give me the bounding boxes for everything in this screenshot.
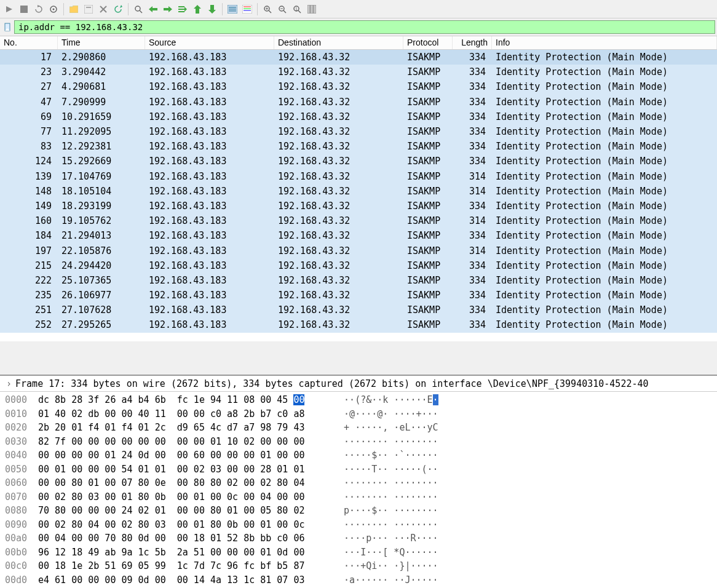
packet-row[interactable]: 21524.294420192.168.43.183192.168.43.32I… (0, 258, 717, 273)
hex-ascii[interactable]: ····p··· ···R···· (327, 531, 438, 546)
bookmark-filter-icon[interactable] (2, 22, 13, 33)
packet-row[interactable]: 13917.104769192.168.43.183192.168.43.32I… (0, 169, 717, 184)
hex-bytes[interactable]: 00 01 00 00 00 54 01 01 00 02 03 00 00 2… (38, 463, 327, 477)
cell-no: 160 (0, 215, 58, 226)
zoom-reset-icon[interactable]: 1 (290, 2, 304, 16)
hex-ascii[interactable]: ········ ········ (327, 518, 438, 532)
packet-list-header[interactable]: No. Time Source Destination Protocol Len… (0, 36, 717, 50)
hex-row[interactable]: 00c000 18 1e 2b 51 69 05 99 1c 7d 7c 96 … (5, 559, 712, 573)
stop-capture-icon[interactable] (17, 2, 31, 16)
packet-row[interactable]: 8312.292381192.168.43.183192.168.43.32IS… (0, 139, 717, 154)
hex-bytes[interactable]: 70 80 00 00 00 24 02 01 00 00 80 01 00 0… (38, 504, 327, 518)
packet-row[interactable]: 7711.292095192.168.43.183192.168.43.32IS… (0, 124, 717, 139)
save-file-icon[interactable] (82, 2, 95, 16)
hex-row[interactable]: 005000 01 00 00 00 54 01 01 00 02 03 00 … (5, 463, 712, 477)
cell-source: 192.168.43.183 (145, 156, 274, 167)
hex-bytes[interactable]: 00 02 80 04 00 02 80 03 00 01 80 0b 00 0… (38, 518, 327, 532)
hex-bytes[interactable]: 2b 20 01 f4 01 f4 01 2c d9 65 4c d7 a7 9… (38, 421, 327, 435)
packet-row[interactable]: 23526.106977192.168.43.183192.168.43.32I… (0, 288, 717, 303)
hex-ascii[interactable]: ········ ········ (327, 435, 438, 449)
packet-row[interactable]: 14918.293199192.168.43.183192.168.43.32I… (0, 199, 717, 213)
open-file-icon[interactable] (67, 2, 81, 16)
go-to-packet-icon[interactable] (176, 2, 189, 16)
go-back-icon[interactable] (146, 2, 160, 16)
hex-ascii[interactable]: + ·····, ·eL···yC (327, 421, 438, 435)
hex-ascii[interactable]: ·····T·· ·····(·· (327, 463, 438, 477)
column-header-no[interactable]: No. (0, 36, 58, 49)
auto-scroll-icon[interactable] (226, 2, 239, 16)
packet-row[interactable]: 274.290681192.168.43.183192.168.43.32ISA… (0, 79, 717, 94)
hex-bytes[interactable]: 00 00 00 00 01 24 0d 00 00 60 00 00 00 0… (38, 448, 327, 463)
hex-row[interactable]: 006000 00 80 01 00 07 80 0e 00 80 80 02 … (5, 476, 712, 490)
restart-capture-icon[interactable] (32, 2, 46, 16)
hex-row[interactable]: 00202b 20 01 f4 01 f4 01 2c d9 65 4c d7 … (5, 421, 712, 435)
hex-row[interactable]: 0000dc 8b 28 3f 26 a4 b4 6b fc 1e 94 11 … (5, 393, 712, 407)
hex-bytes[interactable]: 00 02 80 03 00 01 80 0b 00 01 00 0c 00 0… (38, 490, 327, 504)
go-first-icon[interactable] (191, 2, 204, 16)
packet-details-pane[interactable]: ›Frame 17: 334 bytes on wire (2672 bits)… (0, 375, 717, 392)
column-header-protocol[interactable]: Protocol (403, 36, 453, 49)
packet-list-body[interactable]: 172.290860192.168.43.183192.168.43.32ISA… (0, 50, 717, 341)
packet-row[interactable]: 19722.105876192.168.43.183192.168.43.32I… (0, 243, 717, 258)
hex-ascii[interactable]: ···I···[ *Q······ (327, 546, 438, 560)
hex-row[interactable]: 00a000 04 00 00 70 80 0d 00 00 18 01 52 … (5, 531, 712, 546)
hex-bytes[interactable]: e4 61 00 00 00 09 0d 00 00 14 4a 13 1c 8… (38, 573, 327, 587)
packet-row[interactable]: 233.290442192.168.43.183192.168.43.32ISA… (0, 65, 717, 79)
column-header-destination[interactable]: Destination (274, 36, 403, 49)
packet-row[interactable]: 22225.107365192.168.43.183192.168.43.32I… (0, 273, 717, 288)
hex-bytes[interactable]: 82 7f 00 00 00 00 00 00 00 00 01 10 02 0… (38, 435, 327, 449)
hex-row[interactable]: 004000 00 00 00 01 24 0d 00 00 60 00 00 … (5, 448, 712, 463)
packet-row[interactable]: 25127.107628192.168.43.183192.168.43.32I… (0, 303, 717, 317)
hex-row[interactable]: 00d0e4 61 00 00 00 09 0d 00 00 14 4a 13 … (5, 573, 712, 587)
packet-row[interactable]: 172.290860192.168.43.183192.168.43.32ISA… (0, 50, 717, 65)
display-filter-input[interactable] (14, 20, 715, 34)
packet-bytes-pane[interactable]: 0000dc 8b 28 3f 26 a4 b4 6b fc 1e 94 11 … (0, 392, 717, 588)
hex-row[interactable]: 003082 7f 00 00 00 00 00 00 00 00 01 10 … (5, 435, 712, 449)
hex-row[interactable]: 001001 40 02 db 00 00 40 11 00 00 c0 a8 … (5, 407, 712, 421)
close-file-icon[interactable] (97, 2, 110, 16)
frame-summary-line[interactable]: Frame 17: 334 bytes on wire (2672 bits),… (15, 378, 649, 389)
column-header-time[interactable]: Time (58, 36, 145, 49)
hex-bytes[interactable]: 01 40 02 db 00 00 40 11 00 00 c0 a8 2b b… (38, 407, 327, 421)
packet-row[interactable]: 12415.292669192.168.43.183192.168.43.32I… (0, 154, 717, 169)
hex-ascii[interactable]: p····$·· ········ (327, 504, 438, 518)
hex-ascii[interactable]: ·@····@· ····+··· (327, 407, 438, 421)
hex-ascii[interactable]: ···+Qi·· ·}|····· (327, 559, 438, 573)
expand-icon[interactable]: › (6, 378, 12, 389)
zoom-out-icon[interactable] (275, 2, 289, 16)
hex-row[interactable]: 009000 02 80 04 00 02 80 03 00 01 80 0b … (5, 518, 712, 532)
hex-row[interactable]: 008070 80 00 00 00 24 02 01 00 00 80 01 … (5, 504, 712, 518)
packet-row[interactable]: 25227.295265192.168.43.183192.168.43.32I… (0, 317, 717, 332)
hex-bytes[interactable]: 00 04 00 00 70 80 0d 00 00 18 01 52 8b b… (38, 531, 327, 546)
hex-ascii[interactable]: ·····$·· ·`······ (327, 448, 438, 463)
hex-ascii[interactable]: ··(?&··k ······E· (327, 393, 438, 407)
hex-ascii[interactable]: ·a······ ··J····· (327, 573, 438, 587)
cell-source: 192.168.43.183 (145, 186, 274, 197)
packet-row[interactable]: 6910.291659192.168.43.183192.168.43.32IS… (0, 109, 717, 124)
column-header-source[interactable]: Source (145, 36, 274, 49)
reload-icon[interactable] (111, 2, 125, 16)
hex-bytes[interactable]: dc 8b 28 3f 26 a4 b4 6b fc 1e 94 11 08 0… (38, 393, 327, 407)
resize-columns-icon[interactable] (305, 2, 319, 16)
hex-ascii[interactable]: ········ ········ (327, 490, 438, 504)
start-capture-icon[interactable] (2, 2, 16, 16)
colorize-icon[interactable] (240, 2, 254, 16)
hex-bytes[interactable]: 96 12 18 49 ab 9a 1c 5b 2a 51 00 00 00 0… (38, 546, 327, 560)
go-forward-icon[interactable] (161, 2, 175, 16)
zoom-in-icon[interactable] (261, 2, 274, 16)
packet-row[interactable]: 16019.105762192.168.43.183192.168.43.32I… (0, 213, 717, 228)
packet-row[interactable]: 477.290999192.168.43.183192.168.43.32ISA… (0, 95, 717, 109)
hex-row[interactable]: 007000 02 80 03 00 01 80 0b 00 01 00 0c … (5, 490, 712, 504)
column-header-length[interactable]: Length (453, 36, 492, 49)
go-last-icon[interactable] (205, 2, 219, 16)
hex-ascii[interactable]: ········ ········ (327, 476, 438, 490)
svg-rect-21 (229, 7, 236, 8)
capture-options-icon[interactable] (47, 2, 60, 16)
packet-row[interactable]: 14818.105104192.168.43.183192.168.43.32I… (0, 184, 717, 199)
hex-bytes[interactable]: 00 18 1e 2b 51 69 05 99 1c 7d 7c 96 fc b… (38, 559, 327, 573)
column-header-info[interactable]: Info (492, 36, 717, 49)
find-icon[interactable] (132, 2, 145, 16)
hex-bytes[interactable]: 00 00 80 01 00 07 80 0e 00 80 80 02 00 0… (38, 476, 327, 490)
hex-row[interactable]: 00b096 12 18 49 ab 9a 1c 5b 2a 51 00 00 … (5, 546, 712, 560)
packet-row[interactable]: 18421.294013192.168.43.183192.168.43.32I… (0, 228, 717, 243)
